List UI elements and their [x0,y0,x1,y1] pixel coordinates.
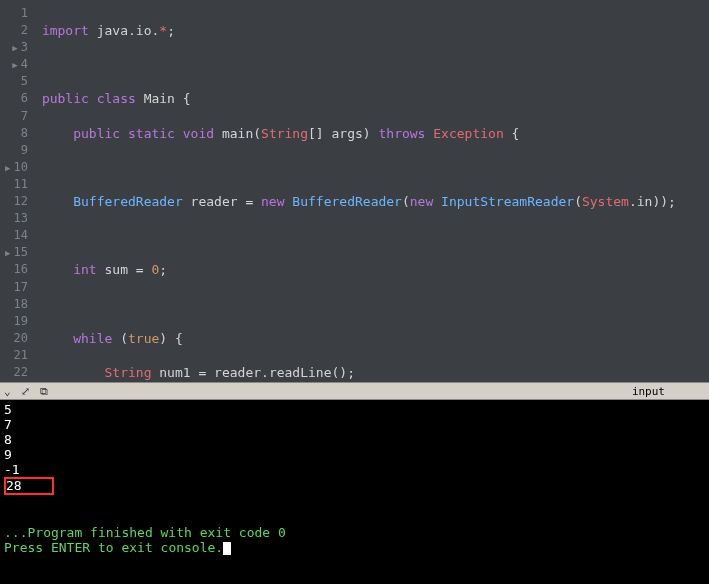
line-number: 10 [5,159,28,176]
console-result-highlight: 28 [4,477,705,495]
line-number: 17 [5,279,28,296]
console-line: 7 [4,417,705,432]
console-output[interactable]: 5 7 8 9 -1 28 ...Program finished with e… [0,400,709,584]
console-line: 5 [4,402,705,417]
input-label: input [632,385,665,398]
console-line: 8 [4,432,705,447]
line-number: 16 [5,261,28,278]
line-number: 21 [5,347,28,364]
cursor-icon [223,542,231,555]
line-number: 15 [5,244,28,261]
console-line: 9 [4,447,705,462]
line-number: 8 [5,125,28,142]
line-number: 2 [5,22,28,39]
line-number: 22 [5,364,28,381]
line-number: 18 [5,296,28,313]
console-line: -1 [4,462,705,477]
line-number-gutter: 1 2 3 4 5 6 7 8 9 10 11 12 13 14 15 16 1… [0,0,36,382]
line-number: 7 [5,108,28,125]
console-exit-message: ...Program finished with exit code 0 [4,525,705,540]
line-number: 12 [5,193,28,210]
copy-icon[interactable]: ⧉ [40,385,48,398]
line-number: 19 [5,313,28,330]
line-number: 5 [5,73,28,90]
line-number: 13 [5,210,28,227]
console-toolbar: ⌄ ⤢ ⧉ input [0,382,709,400]
line-number: 6 [5,90,28,107]
expand-icon[interactable]: ⤢ [21,385,30,398]
console-prompt: Press ENTER to exit console. [4,540,705,555]
line-number: 9 [5,142,28,159]
chevron-down-icon[interactable]: ⌄ [4,385,11,398]
line-number: 20 [5,330,28,347]
code-area[interactable]: import java.io.*; public class Main { pu… [36,0,709,382]
line-number: 11 [5,176,28,193]
line-number: 3 [5,39,28,56]
line-number: 14 [5,227,28,244]
code-editor[interactable]: 1 2 3 4 5 6 7 8 9 10 11 12 13 14 15 16 1… [0,0,709,382]
line-number: 1 [5,5,28,22]
line-number: 4 [5,56,28,73]
